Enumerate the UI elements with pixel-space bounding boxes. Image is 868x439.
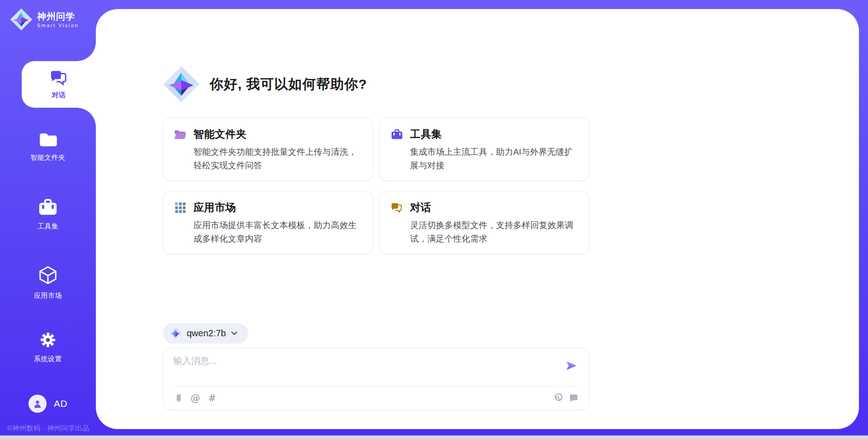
gem-diamond-icon xyxy=(170,327,182,339)
briefcase-icon xyxy=(38,198,57,218)
sidebar-item-label: 应用市场 xyxy=(34,291,62,300)
mention-button[interactable]: @ xyxy=(190,393,201,404)
sidebar-item-smart-folder[interactable]: 智能文件夹 xyxy=(0,132,96,162)
card-chat[interactable]: 对话 灵活切换多模型文件，支持多样回复效果调试，满足个性化需求 xyxy=(379,191,590,254)
card-title: 工具集 xyxy=(410,127,442,141)
paperclip-icon xyxy=(175,393,183,403)
sidebar-item-label: 对话 xyxy=(52,91,66,100)
avatar xyxy=(28,395,47,413)
model-selector[interactable]: qwen2:7b xyxy=(163,323,248,344)
chat-icon xyxy=(50,70,68,88)
feature-cards: 智能文件夹 智能文件夹功能支持批量文件上传与清洗，轻松实现文件问答 工具集 集成… xyxy=(163,118,590,254)
model-name: qwen2:7b xyxy=(187,328,226,339)
composer: @ # xyxy=(163,348,590,410)
brand-gem-icon xyxy=(10,8,33,31)
person-icon xyxy=(32,398,43,409)
taskbar-edge xyxy=(0,435,868,439)
card-toolset[interactable]: 工具集 集成市场上主流工具，助力AI与外界无缝扩展与对接 xyxy=(379,118,590,181)
briefcase-icon xyxy=(391,128,403,140)
history-icon xyxy=(553,393,563,403)
user-profile[interactable]: AD xyxy=(0,395,96,413)
sidebar-item-app-market[interactable]: 应用市场 xyxy=(0,265,96,300)
chevron-down-icon xyxy=(231,331,237,335)
send-icon xyxy=(566,361,577,371)
gear-icon xyxy=(39,331,57,351)
folder-icon xyxy=(38,132,57,149)
at-icon: @ xyxy=(191,393,200,404)
sidebar-item-chat[interactable]: 对话 xyxy=(22,61,96,108)
conversations-button[interactable] xyxy=(568,393,579,404)
card-description: 智能文件夹功能支持批量文件上传与清洗，轻松实现文件问答 xyxy=(193,145,362,172)
sidebar-item-label: 智能文件夹 xyxy=(30,153,66,162)
hash-icon: # xyxy=(208,393,216,404)
card-title: 智能文件夹 xyxy=(193,127,247,141)
card-title: 应用市场 xyxy=(193,200,236,215)
history-button[interactable] xyxy=(553,393,564,404)
card-description: 集成市场上主流工具，助力AI与外界无缝扩展与对接 xyxy=(410,145,578,172)
card-smart-folder[interactable]: 智能文件夹 智能文件夹功能支持批量文件上传与清洗，轻松实现文件问答 xyxy=(163,118,373,181)
brand: 神州问学 Smart Vision xyxy=(10,8,79,31)
sidebar-footer: ©神州数码 · 神州问学出品 xyxy=(7,424,89,433)
comment-icon xyxy=(569,393,579,403)
sidebar-item-toolset[interactable]: 工具集 xyxy=(0,198,96,231)
sidebar: 神州问学 Smart Vision 对话 智能文件夹 xyxy=(0,0,96,439)
sidebar-item-label: 系统设置 xyxy=(34,355,62,363)
greeting-text: 你好, 我可以如何帮助你? xyxy=(210,75,367,94)
card-title: 对话 xyxy=(410,200,431,215)
open-folder-icon xyxy=(174,128,186,140)
send-button[interactable] xyxy=(566,361,577,372)
composer-toolbar: @ # xyxy=(173,387,579,410)
cube-icon xyxy=(38,265,58,287)
topic-button[interactable]: # xyxy=(207,393,217,404)
apps-grid-icon xyxy=(174,201,186,214)
card-description: 灵活切换多模型文件，支持多样回复效果调试，满足个性化需求 xyxy=(410,219,578,246)
card-app-market[interactable]: 应用市场 应用市场提供丰富长文本模板，助力高效生成多样化文章内容 xyxy=(163,191,373,254)
user-name: AD xyxy=(54,398,67,409)
brand-name: 神州问学 xyxy=(37,11,79,21)
attach-file-button[interactable] xyxy=(173,393,184,404)
main-content: 你好, 我可以如何帮助你? 智能文件夹 智能文件夹功能支持批量文件上传与清洗，轻… xyxy=(163,0,590,410)
chat-icon xyxy=(391,201,403,214)
sidebar-item-settings[interactable]: 系统设置 xyxy=(0,331,96,363)
message-input[interactable] xyxy=(173,355,548,383)
gem-diamond-icon xyxy=(163,66,200,103)
brand-tagline: Smart Vision xyxy=(37,23,79,28)
greeting: 你好, 我可以如何帮助你? xyxy=(163,66,590,103)
sidebar-item-label: 工具集 xyxy=(38,222,59,231)
card-description: 应用市场提供丰富长文本模板，助力高效生成多样化文章内容 xyxy=(193,219,362,246)
